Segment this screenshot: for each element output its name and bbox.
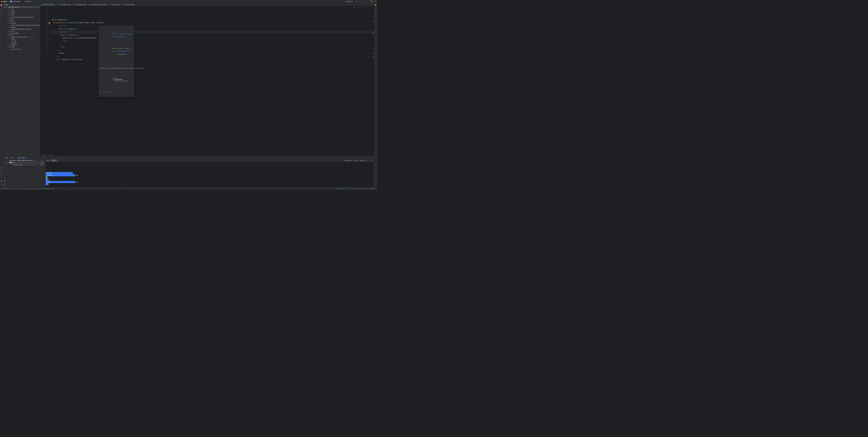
tree-row[interactable]: ▸ ▫ rootNative (3, 42, 40, 44)
tree-row[interactable]: ▸ 🗀 kernel-testkit (3, 32, 40, 34)
chart-bar[interactable]: kernelNative83% (46, 174, 78, 176)
minimize-window[interactable] (4, 1, 5, 2)
editor-body[interactable]: 84195231232233234💡2352362372382392402412… (40, 6, 374, 154)
close-window[interactable] (1, 1, 3, 2)
chart-bar[interactable]: kernelJVM (46, 172, 73, 174)
editor-breadcrumb[interactable]: Dispatcher › apply(...) (40, 154, 374, 156)
prev-highlight-icon[interactable]: ⌃ (365, 7, 366, 8)
build-root-row[interactable]: ▾ ◌ cats-effect: Adding pattern assertio… (6, 160, 45, 162)
database-tool-icon[interactable]: ◇ (375, 7, 376, 9)
nav-crumb[interactable]: src (19, 188, 21, 190)
settings-icon[interactable]: ⚙ (374, 1, 376, 2)
zoom-out-icon[interactable]: ⊖ (369, 160, 370, 161)
nav-crumb[interactable]: ▫ cats-effect (1, 188, 7, 190)
chart-plot[interactable]: kernelJVMkernelNative83%i...io...kernelJ… (46, 162, 374, 187)
cursor-position[interactable]: 234:4 (357, 188, 360, 190)
doc-more-icon[interactable]: ⋮ (131, 91, 132, 93)
next-highlight-icon[interactable]: ⌄ (367, 7, 368, 8)
more-tools-icon[interactable]: ⋯ (0, 18, 2, 19)
tree-row[interactable]: ▸ 🗀 docs (3, 20, 40, 22)
bottom-tab[interactable]: Sync× (10, 156, 16, 159)
intention-bulb-icon[interactable]: 💡 (49, 22, 50, 25)
build-events-tree[interactable]: ▾ ◌ cats-effect: Adding pattern assertio… (6, 159, 45, 188)
doc-class[interactable]: AtomicReference (112, 36, 124, 37)
navigation-bar[interactable]: ▫ cats-effect›std›▫ shared›src›main›scal… (1, 188, 55, 190)
inspections-widget[interactable]: 👁 | ⚠ 7 ✓ 3 ⌃ ⌄ (353, 7, 368, 8)
sync-icon[interactable]: ↻ (4, 160, 5, 161)
tree-row[interactable]: ▸ 🗀 scalafix (3, 44, 40, 46)
view-icon[interactable]: 👁 (4, 186, 5, 188)
gradle-tool-icon[interactable]: ⬡ (375, 10, 376, 12)
file-row[interactable]: ▸ ⊖ IOAppSpec.scala ioapp-tests/src/test… (6, 164, 45, 166)
nav-crumb[interactable]: ▫ shared (12, 188, 17, 190)
nav-crumb[interactable]: std (9, 188, 11, 190)
run-icon[interactable]: ▷ (357, 1, 358, 2)
build-tool-icon[interactable]: ⬢ (0, 180, 2, 182)
chevron-down-icon[interactable]: ▾ (21, 1, 21, 2)
chart-bar[interactable]: kernelJS84% (46, 181, 78, 183)
indent-widget-icon[interactable]: [T] (352, 188, 353, 190)
stop-icon[interactable]: ■ (4, 162, 5, 164)
tree-row[interactable]: ▸ 🗀 laws (3, 34, 40, 36)
project-tool-icon[interactable]: 📁 (0, 4, 2, 6)
nav-crumb[interactable]: main (23, 188, 25, 190)
editor-tab[interactable]: O IOAppSpec.scala (72, 3, 87, 6)
vcs-tool-icon[interactable]: ⎇ (0, 183, 2, 186)
editor-tab[interactable]: T Hotswap.scala (108, 3, 122, 6)
tree-row[interactable]: ▸ ▫ rootJVM (3, 40, 40, 42)
run-config-label[interactable]: Current File (346, 1, 353, 2)
level-dropdown[interactable]: Modules ▾ (51, 160, 59, 162)
terminal-tool-icon[interactable]: ▣ (0, 170, 2, 172)
code-with-me-icon[interactable]: ⍟ (369, 1, 370, 2)
sbt-tool-icon[interactable]: ◉ (0, 166, 2, 168)
cancel-build-icon[interactable]: ✕ (347, 188, 348, 190)
tree-root[interactable]: ▾ ▫ cats-effect [root] ~/workspace/cats-… (3, 6, 40, 8)
nav-crumb[interactable]: cats (31, 188, 34, 190)
indent-setting[interactable]: 2 spaces (369, 188, 374, 190)
nav-crumb[interactable]: C Dispatcher.scala (43, 188, 55, 190)
tree-row[interactable]: ▸ ▫ site-docs [docs] (3, 48, 40, 50)
vcs-branch[interactable]: ⎇ series/3.x ▾ (24, 1, 32, 2)
tree-row[interactable]: ▸ 🗀 .cirrus (3, 10, 40, 12)
tree-row[interactable]: ▸ 🗀 .github (3, 12, 40, 14)
structure-tool-icon[interactable]: ⊞ (0, 14, 2, 16)
tree-row[interactable]: ▸ 🗀 .bsp (3, 8, 40, 10)
code-area[interactable]: 👁 | ⚠ 7 ✓ 3 ⌃ ⌄ (51, 6, 374, 154)
nav-crumb[interactable]: scala (27, 188, 30, 190)
debug-icon[interactable]: ⬡ (359, 1, 361, 2)
editor-tab[interactable]: O SyntaxSpec.scala (57, 3, 72, 6)
search-icon[interactable]: 🔍 (371, 1, 373, 2)
pin-icon[interactable]: 📌 (4, 181, 5, 182)
chart-bar[interactable]: io... (46, 183, 49, 186)
close-tab-icon[interactable]: × (14, 157, 15, 158)
background-tasks-icon[interactable]: ◎ (349, 188, 350, 190)
chart-row[interactable]: 📊 Chart 14 sec (6, 162, 45, 164)
crumb[interactable]: apply(...) (49, 155, 54, 156)
close-tab-icon[interactable]: × (26, 157, 27, 158)
problems-tool-icon[interactable]: ⊡ (0, 177, 2, 178)
nav-crumb[interactable]: effect (35, 188, 38, 190)
tree-row[interactable]: ▸ 🗀 .idea (3, 14, 40, 16)
code-line[interactable]: private[this] def apply[F[_]](mode: Mode… (51, 21, 374, 25)
line-separator[interactable]: LF (361, 188, 363, 190)
expand-icon[interactable]: ⊕ (4, 178, 5, 180)
notifications-icon[interactable]: 🔔 (375, 4, 377, 6)
project-name[interactable]: cats-effect (13, 1, 20, 2)
tree-row[interactable]: ▸ ▫ benchmarks [cats-effect-benchmarks] (3, 16, 40, 18)
edit-doc-icon[interactable]: ✎ (130, 91, 130, 93)
maximize-window[interactable] (6, 1, 7, 2)
tree-row[interactable]: ▸ 🗀 core (3, 18, 40, 20)
editor-tab[interactable]: O FreeSyncGenerators.scala (87, 3, 108, 6)
nav-crumb[interactable]: std (40, 188, 42, 190)
services-tool-icon[interactable]: ◎ (0, 173, 2, 175)
close-tab-icon[interactable]: × (55, 4, 55, 5)
editor-tab[interactable]: C Dispatcher.scala × (40, 3, 57, 6)
tree-row[interactable]: ▸ ▫ project [cats-effect-build] sources … (3, 36, 40, 38)
clock-icon[interactable]: ◷ (354, 188, 355, 190)
tree-row[interactable]: ▸ ▫ graalvm-example [cats-effect-graalvm… (3, 24, 40, 26)
progress-bar[interactable] (341, 189, 346, 189)
crumb[interactable]: Dispatcher (41, 155, 47, 156)
problems-icon[interactable]: ⊘ (375, 188, 376, 190)
zoom-in-icon[interactable]: ⊕ (372, 160, 373, 161)
code-line[interactable]: object Dispatcher { (51, 19, 374, 22)
